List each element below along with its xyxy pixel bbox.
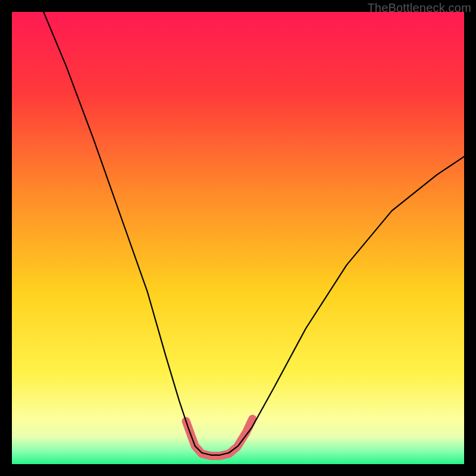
plot-area bbox=[12, 12, 464, 464]
chart-frame: TheBottleneck.com bbox=[0, 0, 476, 476]
bottleneck-chart bbox=[12, 12, 464, 464]
gradient-background bbox=[12, 12, 464, 464]
